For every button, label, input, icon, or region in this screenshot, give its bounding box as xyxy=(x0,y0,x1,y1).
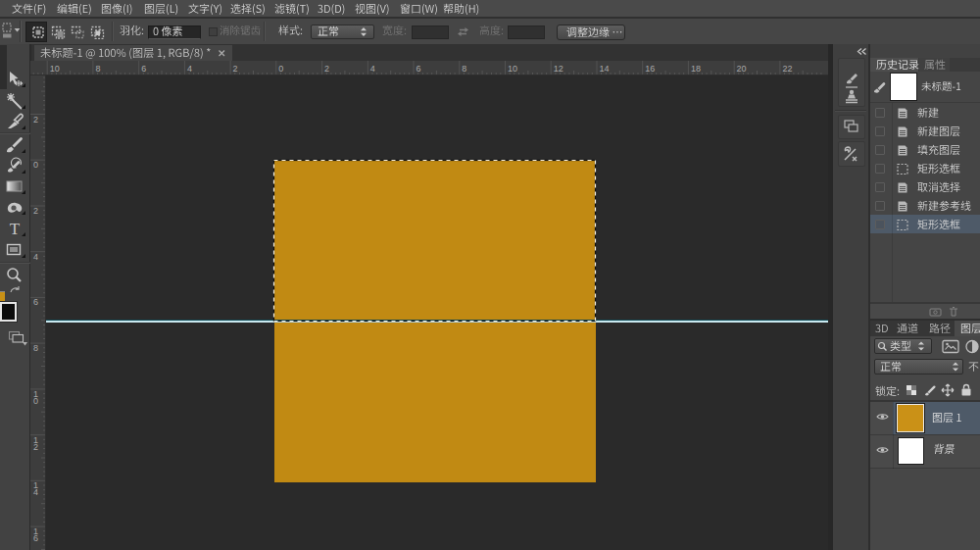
svg-text:2: 2 xyxy=(33,442,38,452)
svg-text:10: 10 xyxy=(50,64,60,74)
svg-text:12: 12 xyxy=(554,64,564,74)
svg-text:6: 6 xyxy=(33,297,38,307)
svg-text:6: 6 xyxy=(141,64,146,74)
svg-text:2: 2 xyxy=(324,64,329,74)
svg-text:20: 20 xyxy=(737,64,747,74)
svg-text:6: 6 xyxy=(416,64,421,74)
svg-text:6: 6 xyxy=(33,533,38,543)
svg-text:8: 8 xyxy=(33,343,38,353)
svg-text:4: 4 xyxy=(370,64,375,74)
svg-text:8: 8 xyxy=(462,64,466,74)
svg-text:2: 2 xyxy=(33,206,38,216)
svg-text:16: 16 xyxy=(645,64,655,74)
svg-text:4: 4 xyxy=(33,487,38,497)
svg-text:10: 10 xyxy=(508,64,517,74)
svg-text:T: T xyxy=(10,220,21,238)
svg-text:0: 0 xyxy=(33,160,38,170)
svg-text:8: 8 xyxy=(95,64,100,74)
svg-text:2: 2 xyxy=(33,115,38,125)
svg-text:18: 18 xyxy=(691,64,701,74)
svg-text:4: 4 xyxy=(187,64,192,74)
svg-text:0: 0 xyxy=(278,64,283,74)
svg-text:22: 22 xyxy=(782,64,792,74)
svg-text:14: 14 xyxy=(600,64,610,74)
svg-text:4: 4 xyxy=(33,252,38,262)
svg-text:0: 0 xyxy=(33,396,38,406)
svg-text:2: 2 xyxy=(233,64,238,74)
